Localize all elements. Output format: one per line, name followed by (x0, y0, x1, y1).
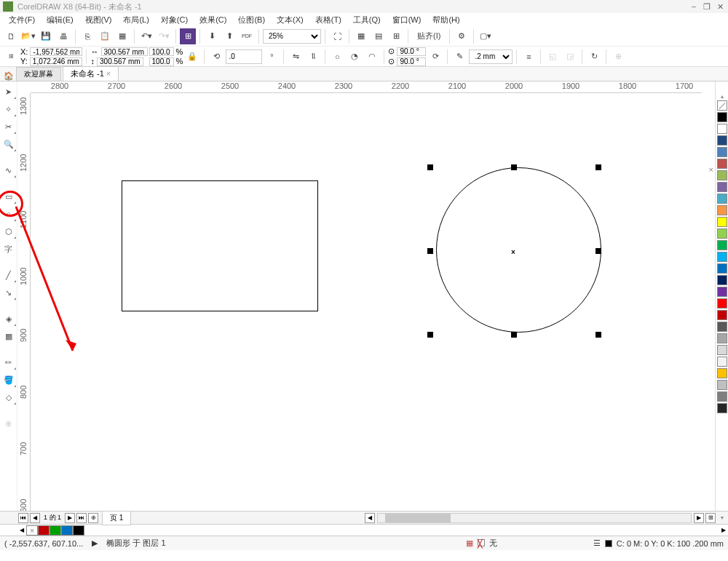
color-swatch[interactable] (717, 100, 727, 111)
color-swatch[interactable] (717, 194, 727, 204)
front-icon[interactable]: ◱ (545, 49, 561, 65)
selection-handle[interactable] (511, 164, 517, 170)
canvas-close-icon[interactable]: × (709, 165, 713, 174)
selection-handle[interactable] (596, 248, 601, 254)
back-icon[interactable]: ◲ (562, 49, 578, 65)
search-icon[interactable]: ⊞ (180, 28, 196, 44)
selection-handle[interactable] (596, 164, 601, 170)
color-swatch[interactable] (717, 112, 727, 122)
export-icon[interactable]: ⬆ (221, 28, 237, 44)
page-next-icon[interactable]: ▶ (65, 513, 75, 523)
mirror-v-icon[interactable]: ⥮ (305, 49, 321, 65)
color-swatch[interactable] (717, 391, 727, 402)
color-swatch[interactable] (717, 287, 727, 297)
color-swatch[interactable] (717, 357, 727, 367)
redo-icon[interactable]: ↷▾ (156, 28, 172, 44)
menu-window[interactable]: 窗口(W) (387, 13, 427, 26)
x-input[interactable] (30, 47, 82, 56)
angle1-input[interactable] (397, 47, 426, 56)
canvas[interactable]: × (31, 93, 702, 511)
arc-icon[interactable]: ◠ (364, 49, 380, 65)
pick-tool-icon[interactable]: ➤ (1, 84, 17, 100)
doc-color-swatch[interactable] (50, 525, 61, 536)
save-icon[interactable]: 💾 (38, 28, 54, 44)
print-icon[interactable]: 🖶 (55, 28, 71, 44)
angle2-input[interactable] (397, 57, 426, 66)
scroll-left-icon[interactable]: ◀ (365, 513, 375, 523)
color-swatch[interactable] (717, 403, 727, 413)
horizontal-scrollbar[interactable] (377, 513, 692, 523)
color-swatch[interactable] (717, 135, 727, 146)
pie-icon[interactable]: ◔ (347, 49, 363, 65)
page-prev-icon[interactable]: ◀ (30, 513, 40, 523)
palette-up-icon[interactable]: ▴ (716, 93, 728, 100)
color-swatch[interactable] (717, 380, 727, 390)
selection-handle[interactable] (427, 332, 433, 338)
menu-bitmap[interactable]: 位图(B) (232, 13, 271, 26)
open-icon[interactable]: 📂▾ (20, 28, 36, 44)
crop-tool-icon[interactable]: ✂ (1, 119, 17, 135)
paste-icon[interactable]: 📋 (97, 28, 113, 44)
close-tab-icon[interactable]: × (106, 69, 111, 78)
doc-color-swatch[interactable] (73, 525, 84, 536)
color-swatch[interactable] (717, 333, 727, 343)
convert-icon[interactable]: ↻ (586, 49, 602, 65)
mirror-h-icon[interactable]: ⇋ (288, 49, 304, 65)
grid-icon[interactable]: ▦ (353, 28, 369, 44)
copy-icon[interactable]: ⎘ (79, 28, 95, 44)
selection-handle[interactable] (596, 332, 601, 338)
color-swatch[interactable] (717, 205, 727, 215)
color-swatch[interactable] (717, 298, 727, 309)
options-icon[interactable]: ⚙ (454, 28, 470, 44)
fill-indicator-icon[interactable]: ▦ (466, 538, 473, 548)
page-first-icon[interactable]: ⏮ (18, 513, 28, 523)
add-icon[interactable]: ⊕ (610, 49, 626, 65)
fill-swatch-icon[interactable]: ╳ (478, 539, 485, 548)
color-swatch[interactable] (717, 310, 727, 320)
outline-tool-icon[interactable]: ◇ (1, 389, 17, 405)
scaley-input[interactable] (149, 57, 174, 66)
page-tab[interactable]: 页 1 (102, 511, 131, 525)
new-icon[interactable]: 🗋 (3, 28, 19, 44)
tab-welcome[interactable]: 欢迎屏幕 (16, 67, 61, 81)
colorbar-left-icon[interactable]: ◀ (17, 527, 26, 533)
menu-table[interactable]: 表格(T) (309, 13, 347, 26)
color-swatch[interactable] (717, 322, 727, 332)
menu-tools[interactable]: 工具(Q) (347, 13, 387, 26)
color-swatch[interactable] (717, 345, 727, 355)
menu-edit[interactable]: 编辑(E) (41, 13, 79, 26)
palette-down-icon[interactable]: ▾ (716, 514, 728, 521)
scroll-right-icon[interactable]: ▶ (694, 513, 704, 523)
plus-tool-icon[interactable]: ⊕ (1, 415, 17, 431)
origin-icon[interactable]: ⊞ (3, 49, 19, 65)
tab-document[interactable]: 未命名 -1 × (63, 66, 119, 81)
shape-tool-icon[interactable]: ✧ (1, 101, 17, 117)
color-swatch[interactable] (717, 182, 727, 192)
import-icon[interactable]: ⬇ (204, 28, 220, 44)
ruler-horizontal[interactable]: 2800270026002500240023002200210020001900… (31, 81, 702, 93)
width-input[interactable] (101, 47, 148, 56)
scalex-input[interactable] (149, 47, 174, 56)
next-icon[interactable]: ▶ (92, 538, 98, 548)
color-swatch[interactable] (717, 240, 727, 250)
color-swatch[interactable] (717, 252, 727, 262)
color-swatch[interactable] (717, 147, 727, 157)
guides-icon[interactable]: ▤ (371, 28, 387, 44)
selection-center-icon[interactable]: × (511, 248, 515, 256)
menu-file[interactable]: 文件(F) (3, 13, 41, 26)
minimize-icon[interactable]: − (689, 2, 699, 11)
color-swatch[interactable] (717, 275, 727, 285)
color-swatch[interactable] (717, 263, 727, 274)
lock-ratio-icon[interactable]: 🔒 (184, 49, 200, 65)
doc-color-swatch[interactable] (61, 525, 73, 536)
zoom-select[interactable]: 25% (263, 29, 321, 44)
color-swatch[interactable] (717, 124, 727, 134)
fill-tool-icon[interactable]: 🪣 (1, 372, 17, 388)
y-input[interactable] (30, 57, 82, 66)
menu-view[interactable]: 视图(V) (79, 13, 118, 26)
color-swatch[interactable] (717, 159, 727, 169)
freehand-tool-icon[interactable]: ∿ (1, 162, 17, 178)
page-add-icon[interactable]: ⊕ (88, 513, 98, 523)
ellipse-shape[interactable] (436, 167, 601, 333)
snap-grid-icon[interactable]: ⊞ (388, 28, 404, 44)
